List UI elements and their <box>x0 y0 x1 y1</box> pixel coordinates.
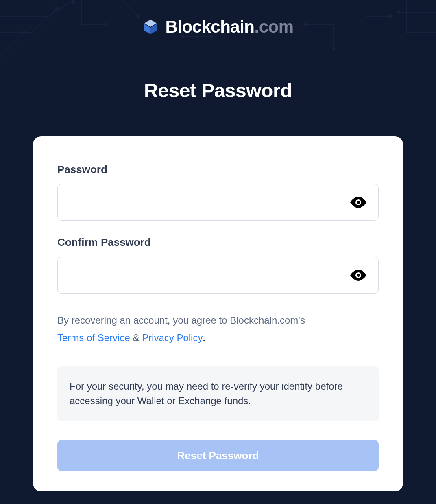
reset-password-button[interactable]: Reset Password <box>57 440 379 471</box>
terms-of-service-link[interactable]: Terms of Service <box>57 332 130 343</box>
eye-icon <box>350 197 366 208</box>
password-label: Password <box>57 163 379 176</box>
period: . <box>203 332 205 343</box>
brand-name: Blockchain.com <box>165 17 293 37</box>
svg-point-15 <box>357 274 360 277</box>
security-notice-box: For your security, you may need to re-ve… <box>57 366 379 421</box>
blockchain-logo-icon <box>142 19 159 35</box>
confirm-password-input[interactable] <box>57 257 379 294</box>
reset-password-card: Password Confirm Password <box>33 136 403 491</box>
password-input-wrapper <box>57 184 379 221</box>
eye-icon <box>350 270 366 281</box>
svg-point-5 <box>332 47 335 50</box>
privacy-policy-link[interactable]: Privacy Policy <box>142 332 203 343</box>
brand-header: Blockchain.com <box>0 0 436 37</box>
page-title: Reset Password <box>0 79 436 102</box>
password-field-group: Password <box>57 163 379 221</box>
amp-separator: & <box>130 332 142 343</box>
agreement-text: By recovering an account, you agree to B… <box>57 311 379 346</box>
confirm-password-label: Confirm Password <box>57 236 379 249</box>
password-input[interactable] <box>57 184 379 221</box>
agreement-prefix: By recovering an account, you agree to B… <box>57 315 305 326</box>
security-notice-text: For your security, you may need to re-ve… <box>70 381 343 406</box>
toggle-confirm-password-visibility-button[interactable] <box>347 266 370 284</box>
brand-name-main: Blockchain <box>165 17 254 36</box>
svg-point-13 <box>357 201 360 204</box>
confirm-password-field-group: Confirm Password <box>57 236 379 294</box>
toggle-password-visibility-button[interactable] <box>347 193 370 211</box>
brand-name-suffix: .com <box>255 17 294 36</box>
confirm-password-input-wrapper <box>57 257 379 294</box>
